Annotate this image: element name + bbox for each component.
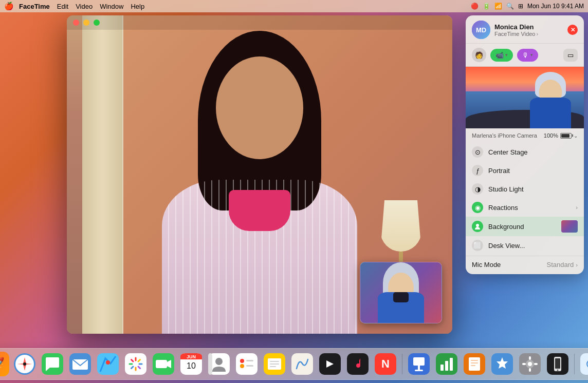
close-button[interactable] bbox=[73, 20, 79, 26]
svg-rect-42 bbox=[246, 360, 253, 361]
svg-rect-39 bbox=[236, 353, 258, 375]
reactions-option[interactable]: ◉ Reactions › bbox=[466, 198, 584, 217]
menu-bar-datetime: Mon Jun 10 9:41 AM bbox=[527, 3, 584, 10]
svg-point-2 bbox=[476, 224, 479, 227]
dock-facetime[interactable] bbox=[151, 352, 176, 376]
dock-numbers[interactable] bbox=[434, 352, 459, 376]
studio-light-label: Studio Light bbox=[488, 185, 578, 193]
mic-icon: 🎙 bbox=[522, 51, 529, 59]
menu-window[interactable]: Window bbox=[100, 3, 123, 10]
dock-iphone-mirroring[interactable] bbox=[545, 352, 570, 376]
studio-light-option[interactable]: ◑ Studio Light bbox=[466, 180, 584, 198]
menu-bar-search-icon[interactable]: 🔍 bbox=[506, 3, 514, 10]
app-name[interactable]: FaceTime bbox=[19, 3, 50, 10]
facetime-window bbox=[67, 15, 452, 334]
close-notification-button[interactable]: ✕ bbox=[567, 25, 578, 35]
video-toggle-button[interactable]: 📹 ▾ bbox=[490, 49, 513, 62]
camera-name: Marlena's iPhone Camera bbox=[472, 132, 537, 139]
control-buttons-row: 🧑 📹 ▾ 🎙 ▾ ▭ bbox=[466, 44, 584, 67]
dock-launchpad[interactable]: 🚀 bbox=[0, 352, 9, 376]
dock-keynote[interactable] bbox=[407, 352, 431, 376]
dock-notes[interactable] bbox=[262, 352, 287, 376]
window-titlebar bbox=[67, 15, 452, 30]
dock-appletv[interactable] bbox=[318, 352, 342, 376]
svg-rect-67 bbox=[471, 365, 475, 366]
menu-video[interactable]: Video bbox=[76, 3, 93, 10]
svg-point-71 bbox=[528, 362, 532, 366]
svg-point-18 bbox=[106, 360, 110, 365]
svg-rect-74 bbox=[522, 363, 526, 365]
svg-rect-72 bbox=[529, 356, 531, 360]
dock-appstore[interactable] bbox=[490, 352, 514, 376]
svg-rect-29 bbox=[156, 360, 167, 368]
dock-contacts[interactable] bbox=[207, 352, 231, 376]
dock-mail[interactable] bbox=[68, 352, 93, 376]
center-stage-option[interactable]: ⊙ Center Stage bbox=[466, 143, 584, 161]
svg-rect-47 bbox=[270, 363, 279, 365]
dock-calendar[interactable]: JUN10 bbox=[179, 352, 204, 376]
mic-chevron-icon: ▾ bbox=[530, 52, 533, 58]
video-icon: 📹 bbox=[495, 51, 504, 59]
svg-rect-48 bbox=[270, 366, 276, 367]
prev-shirt bbox=[530, 98, 571, 128]
user-avatar-small: 🧑 bbox=[472, 48, 486, 62]
portrait-option[interactable]: ƒ Portrait bbox=[466, 161, 584, 180]
maximize-button[interactable] bbox=[94, 20, 100, 26]
svg-rect-61 bbox=[445, 361, 448, 371]
dock-pages[interactable] bbox=[462, 352, 487, 376]
menu-bar-items: Edit Video Window Help bbox=[57, 3, 144, 10]
person-face bbox=[216, 56, 303, 159]
center-stage-icon: ⊙ bbox=[472, 146, 483, 158]
svg-rect-78 bbox=[555, 358, 560, 369]
minimize-button[interactable] bbox=[83, 20, 89, 26]
svg-point-79 bbox=[557, 370, 559, 371]
notification-text: Monica Dien FaceTime Video › bbox=[494, 23, 563, 37]
dock-maps[interactable] bbox=[96, 352, 120, 376]
dock-system-settings[interactable] bbox=[518, 352, 542, 376]
reactions-icon: ◉ bbox=[472, 202, 483, 213]
svg-point-40 bbox=[240, 359, 244, 363]
portrait-label: Portrait bbox=[488, 167, 578, 175]
camera-label-row[interactable]: Marlena's iPhone Camera 100% ⌄ bbox=[466, 128, 584, 141]
dock-reminders[interactable] bbox=[234, 352, 259, 376]
menu-edit[interactable]: Edit bbox=[57, 3, 68, 10]
apple-menu[interactable]: 🍎 bbox=[4, 2, 14, 11]
mic-mode-option[interactable]: Mic Mode Standard › bbox=[466, 257, 584, 272]
svg-text:10: 10 bbox=[187, 361, 196, 370]
svg-rect-60 bbox=[440, 365, 444, 371]
dock: 🚀 JUN10 N bbox=[0, 348, 588, 380]
dock-safari[interactable] bbox=[12, 352, 37, 376]
lamp-shade bbox=[380, 200, 421, 252]
svg-point-38 bbox=[215, 358, 223, 365]
screen-share-button[interactable]: ▭ bbox=[563, 49, 578, 62]
caller-avatar: MD bbox=[472, 21, 490, 39]
svg-text:MD: MD bbox=[476, 26, 486, 34]
dock-separator bbox=[402, 354, 402, 374]
battery-icon bbox=[560, 133, 572, 139]
mic-mode-chevron-icon: › bbox=[576, 262, 578, 268]
svg-text:JUN: JUN bbox=[187, 354, 196, 359]
dock-freeform[interactable] bbox=[290, 352, 315, 376]
dock-airdrop[interactable] bbox=[579, 352, 588, 376]
svg-rect-66 bbox=[471, 362, 478, 363]
mic-toggle-button[interactable]: 🎙 ▾ bbox=[517, 49, 538, 62]
svg-rect-43 bbox=[246, 365, 253, 367]
background-option[interactable]: Background bbox=[466, 217, 584, 236]
dock-photos[interactable] bbox=[123, 352, 148, 376]
person-collar bbox=[229, 190, 290, 231]
dock-music[interactable] bbox=[345, 352, 370, 376]
dock-messages[interactable] bbox=[40, 352, 65, 376]
menu-help[interactable]: Help bbox=[131, 3, 144, 10]
svg-rect-46 bbox=[270, 361, 279, 362]
reactions-chevron-icon: › bbox=[576, 204, 578, 210]
battery-fill bbox=[561, 134, 569, 138]
menu-bar-control-center-icon[interactable]: ⊞ bbox=[518, 3, 523, 10]
svg-rect-64 bbox=[469, 357, 480, 371]
svg-text:N: N bbox=[381, 357, 390, 370]
mic-mode-value: Standard bbox=[547, 261, 574, 269]
dock-news[interactable]: N bbox=[373, 352, 398, 376]
svg-point-41 bbox=[240, 364, 244, 368]
desk-view-option[interactable]: ⬜ Desk View... bbox=[466, 236, 584, 255]
menu-bar-battery-icon: 🔋 bbox=[483, 3, 490, 10]
svg-rect-62 bbox=[450, 358, 453, 371]
